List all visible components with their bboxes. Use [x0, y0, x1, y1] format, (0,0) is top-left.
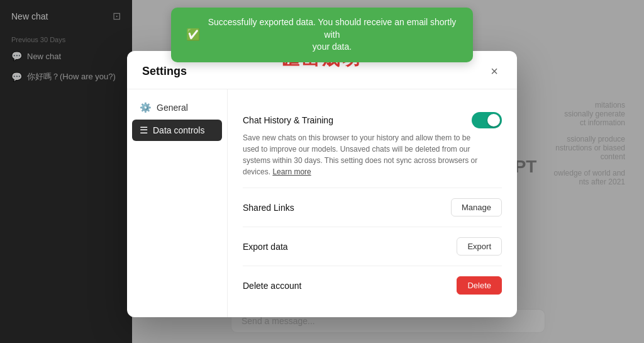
- setting-delete-account: Delete account Delete: [243, 266, 502, 305]
- delete-account-label: Delete account: [243, 281, 301, 291]
- learn-more-link[interactable]: Learn more: [272, 167, 311, 176]
- toast-text: Successfully exported data. You should r…: [206, 16, 458, 53]
- export-button[interactable]: Export: [457, 237, 502, 256]
- modal-title: Settings: [142, 65, 187, 78]
- toast-notification: ✅ Successfully exported data. You should…: [171, 8, 473, 62]
- modal-content-area: Chat History & Training Save new chats o…: [228, 89, 517, 317]
- general-icon: ⚙️: [140, 102, 152, 113]
- nav-item-data-controls[interactable]: ☰ Data controls: [132, 120, 222, 141]
- toast-line2: your data.: [313, 42, 352, 52]
- toast-success-icon: ✅: [186, 28, 200, 42]
- toast-line1: Successfully exported data. You should r…: [208, 17, 457, 40]
- chat-history-label: Chat History & Training: [243, 115, 333, 125]
- toggle-thumb: [487, 114, 500, 127]
- chat-history-toggle[interactable]: [472, 112, 502, 128]
- export-data-label: Export data: [243, 242, 288, 252]
- settings-modal: Settings × ⚙️ General ☰ Data controls: [127, 51, 517, 317]
- setting-shared-links: Shared Links Manage: [243, 188, 502, 227]
- shared-links-label: Shared Links: [243, 203, 294, 213]
- nav-item-general[interactable]: ⚙️ General: [132, 97, 222, 118]
- modal-body: ⚙️ General ☰ Data controls Chat History …: [127, 89, 517, 317]
- nav-item-data-controls-label: Data controls: [153, 125, 204, 135]
- toggle-track[interactable]: [472, 112, 502, 128]
- app-container: New chat ⊡ Previous 30 Days 💬 New chat 💬…: [0, 0, 644, 343]
- modal-nav: ⚙️ General ☰ Data controls: [127, 89, 228, 317]
- setting-export-data: Export data Export: [243, 227, 502, 266]
- data-controls-icon: ☰: [140, 125, 148, 136]
- manage-button[interactable]: Manage: [451, 198, 502, 216]
- modal-close-button[interactable]: ×: [487, 64, 502, 79]
- setting-chat-history: Chat History & Training Save new chats o…: [243, 102, 502, 188]
- chat-history-description: Save new chats on this browser to your h…: [243, 132, 482, 177]
- nav-item-general-label: General: [157, 103, 188, 113]
- delete-button[interactable]: Delete: [457, 276, 502, 295]
